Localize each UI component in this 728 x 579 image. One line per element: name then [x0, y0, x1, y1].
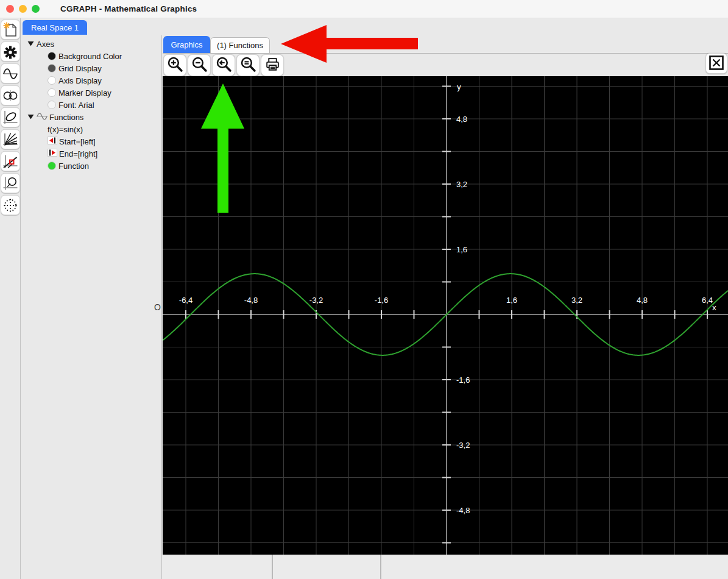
workspace-tab-real-space-1[interactable]: Real Space 1 [23, 20, 87, 35]
tree-item-grid-display[interactable]: Grid Display [21, 62, 161, 74]
tree-item-functions[interactable]: Functions [21, 111, 161, 123]
printer-icon [264, 56, 281, 74]
function-plot-button[interactable] [1, 63, 20, 83]
tab-label: (1) Functions [217, 41, 263, 50]
tab-graphics[interactable]: Graphics [163, 36, 210, 53]
tree-item-label: Function [58, 162, 89, 171]
svg-text:-4,8: -4,8 [456, 506, 470, 515]
status-bar [163, 555, 728, 579]
tree-item-marker-display[interactable]: Marker Display [21, 87, 161, 99]
sine-curve-small-icon [37, 112, 48, 123]
color-swatch-icon [48, 64, 56, 73]
zoom-window-button[interactable] [32, 5, 40, 13]
dotted-circle-icon [2, 197, 18, 213]
tangent-line-icon [2, 154, 18, 169]
workspace-tab-label: Real Space 1 [31, 23, 79, 32]
tree-item-background-color[interactable]: Background Color [21, 50, 161, 62]
svg-text:1,6: 1,6 [506, 296, 517, 305]
tree-item-font-arial[interactable]: Font: Arial [21, 99, 161, 111]
y-axis-label: y [457, 82, 461, 91]
svg-text:6,4: 6,4 [702, 296, 713, 305]
tree-item-label: Background Color [58, 52, 122, 61]
settings-button[interactable] [1, 41, 20, 62]
tree-item-f-x-sin-x[interactable]: f(x)=sin(x) [21, 123, 161, 135]
new-document-button[interactable] [1, 20, 20, 40]
sine-curve-icon [2, 66, 18, 82]
zoom-back-icon [216, 56, 232, 74]
start-marker-icon [48, 137, 57, 146]
ellipse-plot-button[interactable] [1, 107, 20, 127]
close-window-button[interactable] [6, 5, 14, 13]
plot-canvas[interactable]: -6,4-4,8-3,2-1,61,63,24,86,44,83,21,6-1,… [163, 76, 728, 555]
color-swatch-icon [48, 76, 56, 85]
left-toolbar [0, 18, 21, 579]
tab-1-functions[interactable]: (1) Functions [210, 37, 270, 53]
zoom-out-button[interactable] [188, 54, 211, 76]
tree-item-label: Font: Arial [58, 101, 94, 110]
origin-label: O [154, 302, 163, 312]
end-marker-icon [48, 149, 57, 158]
tree-item-label: Functions [49, 113, 83, 122]
sine-plot: -6,4-4,8-3,2-1,61,63,24,86,44,83,21,6-1,… [163, 76, 728, 555]
app-window: CGRAPH - Mathematical Graphics Real Spac… [0, 0, 728, 579]
status-cell [163, 555, 273, 579]
svg-text:-4,8: -4,8 [244, 296, 258, 305]
status-cell [381, 555, 728, 579]
document-tab-bar: Graphics(1) Functions [163, 35, 728, 54]
color-swatch-icon [48, 52, 56, 60]
tree-item-label: Grid Display [58, 64, 102, 73]
status-cell [273, 555, 381, 579]
expander-icon[interactable] [27, 113, 34, 122]
object-tree-panel: AxesBackground ColorGrid DisplayAxis Dis… [21, 35, 162, 579]
tree-item-label: End=[right] [59, 149, 97, 158]
svg-text:4,8: 4,8 [637, 296, 648, 305]
tree-item-end-right[interactable]: End=[right] [21, 147, 161, 160]
new-document-icon [2, 22, 18, 38]
close-view-button[interactable] [705, 53, 727, 74]
ellipse-icon [2, 110, 18, 126]
tab-label: Graphics [171, 40, 202, 49]
tree-item-label: Axis Display [58, 76, 102, 85]
tree-item-axes[interactable]: Axes [21, 38, 161, 50]
zoom-reset-icon [240, 56, 256, 74]
svg-text:3,2: 3,2 [571, 296, 582, 305]
tree-item-label: Marker Display [58, 88, 111, 98]
print-button[interactable] [261, 54, 284, 76]
tree-item-label: f(x)=sin(x) [48, 125, 83, 134]
traffic-lights [0, 5, 44, 13]
svg-text:-1,6: -1,6 [375, 296, 388, 305]
tree-item-label: Axes [37, 40, 54, 49]
tree-item-axis-display[interactable]: Axis Display [21, 74, 161, 87]
zoom-back-button[interactable] [212, 54, 235, 76]
curve-family-button[interactable] [1, 129, 20, 149]
parametric-plot-button[interactable] [1, 85, 20, 105]
svg-text:4,8: 4,8 [456, 115, 467, 124]
tangent-tool-button[interactable] [1, 151, 20, 171]
tree-item-start-left[interactable]: Start=[left] [21, 135, 161, 147]
curve-family-icon [2, 132, 18, 147]
close-icon [707, 54, 726, 74]
svg-text:1,6: 1,6 [456, 245, 467, 254]
svg-text:-6,4: -6,4 [179, 296, 193, 305]
expander-icon[interactable] [27, 40, 34, 49]
zoom-in-icon [167, 56, 183, 74]
svg-text:-1,6: -1,6 [456, 375, 470, 385]
minimize-window-button[interactable] [19, 5, 27, 13]
svg-text:-3,2: -3,2 [309, 296, 323, 305]
zoom-reset-button[interactable] [236, 54, 260, 76]
color-swatch-icon [48, 88, 56, 97]
tree-item-label: Start=[left] [59, 137, 96, 146]
tree-item-function[interactable]: Function [21, 160, 161, 172]
double-circle-icon [2, 88, 18, 104]
circle-axes-icon [2, 176, 18, 191]
svg-text:3,2: 3,2 [456, 180, 467, 189]
zoom-out-icon [191, 56, 208, 74]
graphics-toolbar [163, 54, 728, 76]
point-set-button[interactable] [1, 195, 20, 215]
gear-icon [2, 44, 18, 60]
window-title: CGRAPH - Mathematical Graphics [60, 4, 197, 13]
color-swatch-icon [48, 162, 56, 170]
zoom-in-button[interactable] [163, 54, 186, 76]
implicit-plot-button[interactable] [1, 173, 20, 193]
title-bar: CGRAPH - Mathematical Graphics [0, 0, 728, 18]
